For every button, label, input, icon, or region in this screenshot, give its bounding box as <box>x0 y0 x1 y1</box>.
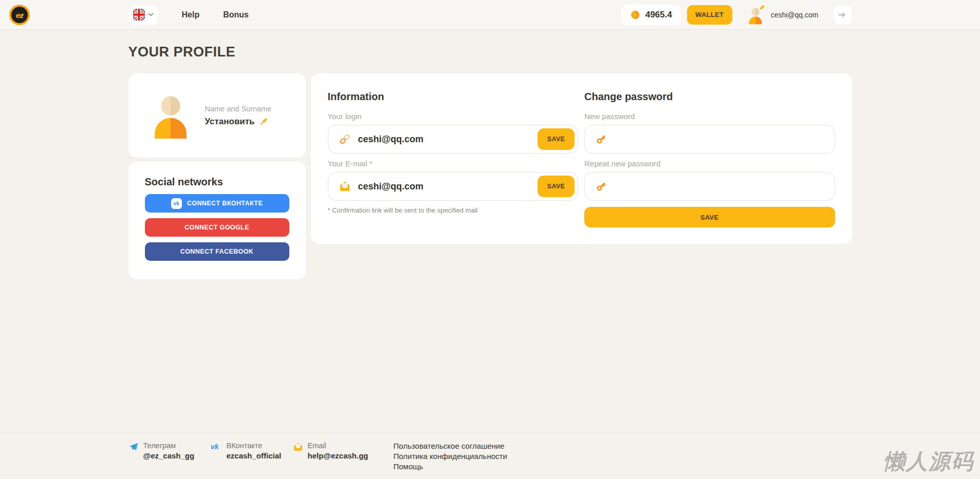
email-icon <box>293 442 303 452</box>
logo-text: ez <box>16 11 23 20</box>
footer-email[interactable]: Email help@ezcash.gg <box>293 442 384 471</box>
nav-bonus[interactable]: Bonus <box>223 10 249 20</box>
login-save-button[interactable]: SAVE <box>538 128 575 150</box>
balance-pill: 4965.4 <box>621 5 681 25</box>
vk-icon: vk <box>171 198 182 209</box>
telegram-handle[interactable]: @ez_cash_gg <box>143 451 195 460</box>
password-save-button[interactable]: SAVE <box>584 207 835 227</box>
new-password-input[interactable] <box>615 134 790 145</box>
coin-icon <box>630 10 640 20</box>
svg-text:vk: vk <box>211 443 219 451</box>
vk-handle[interactable]: ezcash_official <box>227 451 282 460</box>
edit-pencil-icon[interactable] <box>259 117 268 126</box>
header: ez Help Bonu <box>0 0 980 30</box>
logo-icon: ez <box>11 7 28 23</box>
user-email: ceshi@qq.com <box>771 11 819 19</box>
app: ez Help Bonu <box>0 0 980 479</box>
vk-icon: vk <box>211 442 222 452</box>
page-title: YOUR PROFILE <box>128 44 852 60</box>
new-password-label: New password <box>584 112 835 121</box>
settings-card: Information Your login ceshi@qq.com SAVE… <box>311 73 852 244</box>
email-label: Your E-mail * <box>328 159 579 168</box>
email-value: ceshi@qq.com <box>358 181 424 192</box>
link-icon <box>339 133 351 145</box>
change-password-title: Change password <box>584 91 835 103</box>
login-label: Your login <box>328 112 579 121</box>
language-selector[interactable] <box>128 5 158 25</box>
key-icon <box>595 180 607 193</box>
repeat-password-label: Repeat new password <box>584 159 835 168</box>
name-surname-label: Name and Surname <box>205 105 272 113</box>
profile-avatar-icon <box>147 92 194 139</box>
social-networks-card: Social networks vk CONNECT ВКОНТАКТЕ CON… <box>128 162 306 279</box>
key-icon <box>595 133 607 145</box>
vk-label: ВКонтакте <box>227 442 282 450</box>
logout-arrow-icon <box>838 10 848 20</box>
footer-telegram[interactable]: Телеграм @ez_cash_gg <box>128 442 211 471</box>
new-password-field[interactable] <box>584 125 835 154</box>
link-help[interactable]: Помощь <box>394 462 507 471</box>
telegram-icon <box>128 442 139 452</box>
connect-facebook-button[interactable]: CONNECT FACEBOOK <box>145 242 289 261</box>
chevron-down-icon <box>148 13 154 16</box>
repeat-password-input[interactable] <box>615 181 790 192</box>
watermark: 懒人源码 <box>883 447 974 476</box>
connect-facebook-label: CONNECT FACEBOOK <box>180 248 254 255</box>
set-name-link[interactable]: Установить <box>205 117 255 127</box>
information-section: Information Your login ceshi@qq.com SAVE… <box>328 91 579 244</box>
email-address[interactable]: help@ezcash.gg <box>308 451 368 460</box>
profile-card: Name and Surname Установить <box>128 73 306 158</box>
footer: Телеграм @ez_cash_gg vk ВКонтакте ezcash… <box>0 433 980 479</box>
logo[interactable]: ez <box>9 5 30 25</box>
email-input[interactable]: ceshi@qq.com SAVE <box>328 172 579 201</box>
uk-flag-icon <box>133 9 145 21</box>
repeat-password-field[interactable] <box>584 172 835 201</box>
footer-links: Пользовательское соглашение Политика кон… <box>394 442 507 471</box>
footer-vkontakte[interactable]: vk ВКонтакте ezcash_official <box>211 442 293 471</box>
nav-help[interactable]: Help <box>182 10 200 20</box>
wallet-button[interactable]: WALLET <box>687 5 732 25</box>
login-input[interactable]: ceshi@qq.com SAVE <box>328 125 579 154</box>
connect-google-label: CONNECT GOOGLE <box>184 224 249 231</box>
email-save-button[interactable]: SAVE <box>538 176 575 197</box>
social-title: Social networks <box>145 176 289 188</box>
balance-value: 4965.4 <box>645 10 672 20</box>
logout-button[interactable] <box>834 6 852 24</box>
connect-vkontakte-button[interactable]: vk CONNECT ВКОНТАКТЕ <box>145 194 289 213</box>
telegram-label: Телеграм <box>143 442 195 450</box>
link-user-agreement[interactable]: Пользовательское соглашение <box>394 442 507 450</box>
change-password-section: Change password New password Repeat new … <box>584 91 835 244</box>
user-avatar-icon <box>746 5 765 25</box>
email-label: Email <box>308 442 368 450</box>
information-title: Information <box>328 91 579 103</box>
link-privacy-policy[interactable]: Политика конфиденциальности <box>394 452 507 461</box>
login-value: ceshi@qq.com <box>358 134 424 145</box>
user-menu[interactable]: ceshi@qq.com <box>746 5 819 25</box>
envelope-icon <box>339 180 351 193</box>
confirmation-note: * Confirmation link will be sent to the … <box>328 206 579 214</box>
connect-vkontakte-label: CONNECT ВКОНТАКТЕ <box>187 200 263 207</box>
main-content: YOUR PROFILE Name and Surname Установить <box>128 30 852 279</box>
connect-google-button[interactable]: CONNECT GOOGLE <box>145 218 289 237</box>
